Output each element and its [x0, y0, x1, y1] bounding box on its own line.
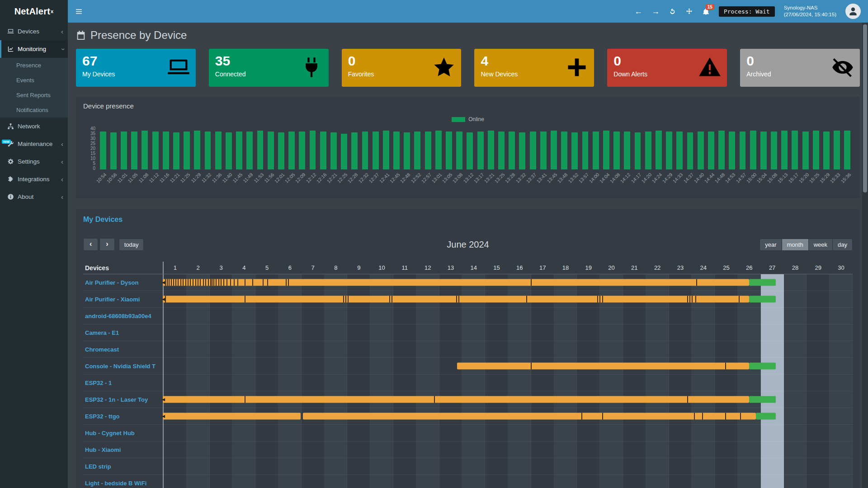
chart-bar[interactable]	[740, 131, 746, 169]
chart-bar[interactable]	[288, 131, 295, 169]
device-name-link[interactable]: Hub - Cygnet Hub	[83, 430, 163, 436]
chart-bar[interactable]	[414, 131, 420, 169]
chart-bar[interactable]	[341, 134, 347, 169]
chart-bar[interactable]	[666, 131, 672, 169]
chart-bar[interactable]	[184, 131, 190, 169]
chart-bar[interactable]	[718, 131, 725, 169]
chart-bar[interactable]	[110, 132, 117, 169]
notifications-bell[interactable]: 15	[702, 8, 710, 15]
sidebar-item-monitoring[interactable]: Monitoring‹	[0, 40, 68, 58]
sidebar-subitem-events[interactable]: Events	[0, 73, 68, 88]
chart-bar[interactable]	[792, 131, 798, 169]
device-name-link[interactable]: Air Purifier - Dyson	[83, 279, 163, 286]
device-timeline[interactable]: ◀	[163, 391, 853, 408]
chart-bar[interactable]	[708, 131, 714, 169]
chart-bar[interactable]	[320, 131, 326, 169]
chart-bar[interactable]	[698, 131, 704, 169]
chart-bar[interactable]	[834, 131, 840, 169]
view-button-year[interactable]: year	[760, 239, 782, 251]
chart-bar[interactable]	[246, 131, 253, 169]
device-timeline[interactable]: ◀	[163, 408, 853, 424]
chart-bar[interactable]	[813, 131, 819, 169]
chart-bar[interactable]	[131, 131, 137, 169]
chart-bar[interactable]	[624, 131, 630, 169]
chart-bar[interactable]	[268, 131, 274, 169]
device-name-link[interactable]: ESP32 - 1n - Laser Toy	[83, 396, 163, 403]
chart-bar[interactable]	[236, 131, 242, 169]
scrollbar-thumb[interactable]	[863, 24, 867, 192]
chart-bar[interactable]	[676, 131, 683, 169]
presence-bar-recent[interactable]	[749, 279, 775, 286]
chart-bar[interactable]	[173, 132, 179, 169]
today-button[interactable]: today	[119, 239, 144, 251]
presence-bar-past[interactable]	[457, 363, 749, 370]
chart-bar[interactable]	[446, 131, 452, 169]
chart-bar[interactable]	[163, 131, 169, 169]
chart-bar[interactable]	[310, 131, 316, 169]
device-timeline[interactable]	[163, 308, 853, 324]
chart-bar[interactable]	[205, 131, 211, 169]
presence-bar-past[interactable]	[303, 413, 756, 420]
avatar[interactable]	[845, 4, 861, 19]
chart-bar[interactable]	[645, 131, 651, 169]
chart-bar[interactable]	[257, 131, 264, 169]
next-button[interactable]: ›	[99, 238, 114, 251]
move-icon[interactable]	[685, 8, 693, 15]
card-connected[interactable]: 35Connected	[209, 49, 329, 87]
hamburger-icon[interactable]	[75, 8, 83, 15]
device-name-link[interactable]: Light - bedside B WiFi	[83, 480, 163, 487]
sidebar-subitem-notifications[interactable]: Notifications	[0, 103, 68, 117]
sidebar-item-settings[interactable]: Settings‹	[0, 153, 68, 170]
sidebar-item-integrations[interactable]: Integrations‹	[0, 170, 68, 188]
device-name-link[interactable]: android-68608b93a00e4	[83, 313, 163, 319]
chart-bar[interactable]	[593, 131, 599, 169]
device-timeline[interactable]	[163, 441, 853, 458]
chart-bar[interactable]	[278, 132, 284, 169]
device-name-link[interactable]: Console - Nvidia Shield T	[83, 363, 163, 370]
sidebar-item-maintenance[interactable]: newMaintenance‹	[0, 135, 68, 153]
chart-bar[interactable]	[729, 131, 735, 169]
chart-bar[interactable]	[603, 131, 609, 169]
chart-bar[interactable]	[351, 132, 358, 169]
chart-bar[interactable]	[760, 131, 767, 169]
presence-bar-past[interactable]	[163, 279, 749, 286]
chart-bar[interactable]	[781, 131, 788, 169]
chart-bar[interactable]	[121, 131, 127, 169]
view-button-week[interactable]: week	[808, 239, 833, 251]
device-name-link[interactable]: ESP32 - 1	[83, 380, 163, 386]
device-timeline[interactable]	[163, 425, 853, 441]
chart-bar[interactable]	[142, 131, 148, 169]
presence-bar-recent[interactable]	[749, 363, 775, 370]
chart-bar[interactable]	[802, 131, 809, 169]
device-timeline[interactable]	[163, 475, 853, 488]
chart-bar[interactable]	[477, 131, 484, 169]
device-timeline[interactable]	[163, 458, 853, 474]
presence-bar-past[interactable]	[163, 413, 301, 420]
app-logo[interactable]: NetAlertx	[0, 0, 68, 23]
page-scrollbar[interactable]	[862, 23, 868, 488]
sidebar-subitem-presence[interactable]: Presence	[0, 58, 68, 73]
chart-bar[interactable]	[226, 132, 232, 169]
chart-bar[interactable]	[393, 131, 400, 169]
chart-bar[interactable]	[844, 131, 850, 169]
chart-bar[interactable]	[362, 131, 368, 169]
device-name-link[interactable]: Camera - E1	[83, 329, 163, 336]
device-name-link[interactable]: Air Purifier - Xiaomi	[83, 296, 163, 303]
card-down-alerts[interactable]: 0Down Alerts	[607, 49, 727, 87]
device-timeline[interactable]	[163, 324, 853, 341]
device-name-link[interactable]: Hub - Xiaomi	[83, 446, 163, 453]
device-timeline[interactable]	[163, 375, 853, 391]
presence-bar-past[interactable]	[163, 396, 749, 403]
chart-bar[interactable]	[383, 131, 389, 169]
chart-bar[interactable]	[467, 132, 473, 169]
sidebar-item-devices[interactable]: Devices‹	[0, 23, 68, 40]
chart-bar[interactable]	[687, 132, 693, 169]
sidebar-subitem-sent-reports[interactable]: Sent Reports	[0, 88, 68, 103]
presence-bar-recent[interactable]	[749, 296, 775, 303]
chart-bar[interactable]	[509, 131, 515, 169]
chart-bar[interactable]	[656, 131, 662, 169]
chart-bar[interactable]	[530, 131, 536, 169]
device-timeline[interactable]: ◀	[163, 274, 853, 291]
card-archived[interactable]: 0Archived	[740, 49, 860, 87]
chart-bar[interactable]	[194, 131, 200, 169]
